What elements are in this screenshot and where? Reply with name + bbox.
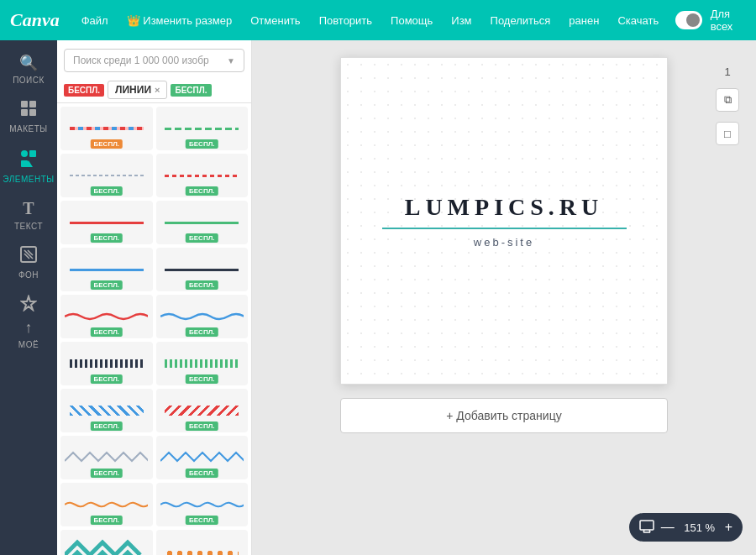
elements-list: БЕСПЛ. БЕСПЛ. БЕСПЛ. БЕСПЛ. bbox=[57, 103, 251, 555]
sidebar-item-my-label: МОЁ bbox=[18, 340, 39, 349]
svg-marker-12 bbox=[22, 296, 35, 310]
line-element-10[interactable]: БЕСПЛ. bbox=[156, 295, 249, 338]
elements-panel: Поиск среди 1 000 000 изобр ▼ БЕСПЛ. ЛИН… bbox=[57, 40, 252, 555]
svg-point-4 bbox=[21, 150, 28, 157]
free-badge: БЕСПЛ. bbox=[91, 516, 123, 525]
line-element-6[interactable]: БЕСПЛ. bbox=[156, 201, 249, 244]
free-badge: БЕСПЛ. bbox=[91, 233, 123, 243]
free-badge: БЕСПЛ. bbox=[186, 374, 218, 384]
elements-row: БЕСПЛ. БЕСПЛ. bbox=[60, 107, 248, 150]
category-close-icon[interactable]: × bbox=[155, 85, 160, 95]
canvas-subtitle: web-site bbox=[474, 236, 534, 249]
line-element-12[interactable]: БЕСПЛ. bbox=[156, 342, 249, 385]
menu-resize[interactable]: 👑 Изменить размер bbox=[122, 11, 238, 30]
dropdown-arrow: ▼ bbox=[227, 56, 235, 65]
elements-icon bbox=[19, 149, 38, 171]
line-element-14[interactable]: БЕСПЛ. bbox=[156, 389, 249, 432]
zigzag-line2 bbox=[160, 449, 244, 466]
menu-redo[interactable]: Повторить bbox=[314, 11, 377, 30]
elements-row: БЕСПЛ. БЕСПЛ. bbox=[60, 342, 248, 385]
menu-download[interactable]: Скачать bbox=[612, 11, 664, 30]
curly-line bbox=[65, 496, 148, 513]
menu-edit[interactable]: Изм bbox=[446, 11, 476, 30]
upload-icon: ↑ bbox=[25, 319, 33, 337]
striped-line bbox=[70, 359, 144, 368]
sidebar-item-layouts-label: МАКЕТЫ bbox=[9, 124, 47, 134]
line-element-13[interactable]: БЕСПЛ. bbox=[60, 389, 153, 432]
free-badge: БЕСПЛ. bbox=[186, 327, 218, 337]
panel-header: Поиск среди 1 000 000 изобр ▼ bbox=[57, 40, 251, 77]
free-badge: БЕСПЛ. bbox=[186, 186, 218, 196]
sidebar-item-elements[interactable]: ЭЛЕМЕНТЫ bbox=[3, 142, 54, 191]
category-lines-label: ЛИНИИ bbox=[115, 84, 151, 96]
delete-page-button[interactable]: □ bbox=[716, 122, 739, 145]
canvas[interactable]: LUMPICS.RU web-site bbox=[340, 57, 668, 385]
sidebar-item-my[interactable]: ↑ МОЁ bbox=[3, 288, 54, 356]
elements-row: БЕСПЛ. БЕСПЛ. bbox=[60, 248, 248, 291]
curly-line2 bbox=[160, 496, 244, 513]
page-number: 1 bbox=[724, 65, 730, 78]
zoom-in-button[interactable]: + bbox=[725, 520, 732, 535]
category-lines[interactable]: ЛИНИИ × bbox=[108, 81, 167, 99]
canvas-divider-line bbox=[382, 228, 627, 229]
free-badge: БЕСПЛ. bbox=[186, 469, 218, 478]
menu-undo[interactable]: Отменить bbox=[245, 11, 305, 30]
wave-line-svg2 bbox=[160, 310, 244, 323]
diagonal-line bbox=[70, 406, 144, 416]
line-element-5[interactable]: БЕСПЛ. bbox=[60, 201, 153, 244]
canvas-wrapper: LUMPICS.RU web-site + Добавить страницу bbox=[340, 57, 668, 433]
line-element-3[interactable]: БЕСПЛ. bbox=[60, 154, 153, 197]
toggle-button[interactable] bbox=[675, 11, 702, 29]
svg-rect-3 bbox=[29, 109, 36, 116]
line-element-4[interactable]: БЕСПЛ. bbox=[156, 154, 249, 197]
zoom-out-button[interactable]: — bbox=[661, 520, 675, 535]
canva-logo: Canva bbox=[10, 9, 60, 31]
sidebar-item-background[interactable]: ФОН bbox=[3, 239, 54, 286]
sidebar-item-text[interactable]: T ТЕКСТ bbox=[3, 192, 54, 238]
for-all-label: Для всех bbox=[711, 8, 746, 33]
sidebar-item-search[interactable]: 🔍 ПОИСК bbox=[3, 47, 54, 92]
presentation-icon[interactable] bbox=[639, 518, 654, 537]
line-element-18[interactable]: БЕСПЛ. bbox=[156, 483, 249, 526]
sidebar-item-search-label: ПОИСК bbox=[13, 76, 45, 85]
duplicate-page-button[interactable]: ⧉ bbox=[716, 88, 739, 112]
menu-file[interactable]: Файл bbox=[76, 11, 113, 30]
line-element-11[interactable]: БЕСПЛ. bbox=[60, 342, 153, 385]
layouts-icon bbox=[20, 100, 37, 121]
zoom-level: 151 % bbox=[681, 521, 718, 534]
canvas-area: 1 ⧉ □ LUMPICS.RU web-site + Добавить стр… bbox=[252, 40, 756, 555]
elements-row: БЕСПЛ. БЕСПЛ. bbox=[60, 295, 248, 338]
dots-pattern bbox=[165, 548, 239, 555]
line-element-1[interactable]: БЕСПЛ. bbox=[60, 107, 153, 150]
free-badge: БЕСПЛ. bbox=[186, 421, 218, 431]
svg-rect-0 bbox=[21, 101, 28, 107]
add-page-button[interactable]: + Добавить страницу bbox=[340, 398, 668, 433]
svg-rect-7 bbox=[21, 160, 28, 167]
my-icon bbox=[20, 295, 37, 316]
sidebar-item-text-label: ТЕКСТ bbox=[14, 222, 43, 231]
sidebar-item-layouts[interactable]: МАКЕТЫ bbox=[3, 93, 54, 140]
line-element-7[interactable]: БЕСПЛ. bbox=[60, 248, 153, 291]
search-placeholder: Поиск среди 1 000 000 изобр bbox=[73, 55, 209, 66]
background-icon bbox=[20, 246, 37, 267]
free-badge: БЕСПЛ. bbox=[186, 516, 218, 525]
svg-rect-5 bbox=[29, 150, 36, 157]
search-icon: 🔍 bbox=[19, 54, 38, 72]
free-badge-left: БЕСПЛ. bbox=[64, 84, 104, 97]
line-element-9[interactable]: БЕСПЛ. bbox=[60, 295, 153, 338]
elements-row: БЕСПЛ. БЕСПЛ. bbox=[60, 201, 248, 244]
line-element-2[interactable]: БЕСПЛ. bbox=[156, 107, 249, 150]
line-element-17[interactable]: БЕСПЛ. bbox=[60, 483, 153, 526]
line-element-8[interactable]: БЕСПЛ. bbox=[156, 248, 249, 291]
menu-help[interactable]: Помощь bbox=[386, 11, 438, 30]
zoom-bar: — 151 % + bbox=[629, 513, 743, 542]
line-element-15[interactable]: БЕСПЛ. bbox=[60, 436, 153, 479]
line-element-16[interactable]: БЕСПЛ. bbox=[156, 436, 249, 479]
search-box[interactable]: Поиск среди 1 000 000 изобр ▼ bbox=[64, 49, 244, 72]
pattern-element-1[interactable]: БЕСПЛ. bbox=[60, 530, 153, 555]
pattern-element-2[interactable]: БЕСПЛ. bbox=[156, 530, 249, 555]
menu-share[interactable]: Поделиться bbox=[486, 11, 556, 30]
sidebar-item-background-label: ФОН bbox=[18, 270, 39, 280]
menu-save[interactable]: ранен bbox=[564, 11, 604, 30]
free-badge: БЕСПЛ. bbox=[91, 421, 123, 431]
